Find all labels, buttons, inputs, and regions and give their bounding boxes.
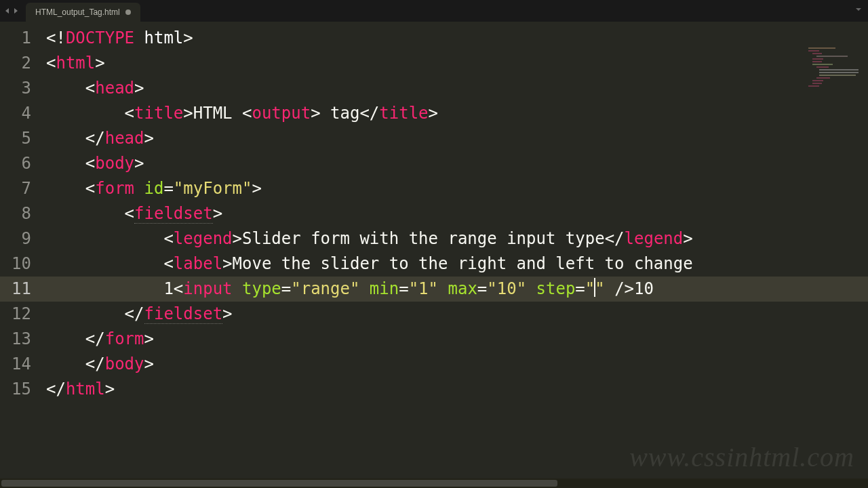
code-token: > bbox=[105, 380, 115, 399]
code-token: html bbox=[144, 28, 184, 47]
code-token: "range" bbox=[291, 279, 359, 298]
code-token: " bbox=[585, 279, 595, 298]
code-token: DOCTYPE bbox=[66, 28, 134, 47]
code-token: > bbox=[144, 354, 154, 373]
line-number[interactable]: 5 bbox=[0, 126, 31, 151]
tab-menu-chevron-icon[interactable] bbox=[854, 5, 863, 14]
code-token: < bbox=[174, 279, 183, 298]
code-token: /> bbox=[614, 279, 634, 298]
code-token: </ bbox=[359, 104, 379, 123]
code-token: > bbox=[429, 104, 438, 123]
code-token: > bbox=[252, 179, 261, 198]
code-token: "10" bbox=[487, 279, 526, 298]
code-token: = bbox=[399, 279, 408, 298]
code-token: > bbox=[134, 79, 144, 98]
line-number[interactable]: 13 bbox=[0, 327, 31, 352]
line-number[interactable]: 7 bbox=[0, 176, 31, 201]
code-line[interactable]: <fieldset> bbox=[41, 201, 868, 226]
line-number[interactable]: 9 bbox=[0, 226, 31, 251]
code-line[interactable]: </form> bbox=[41, 327, 868, 352]
nav-forward-icon[interactable] bbox=[12, 7, 19, 14]
file-tab[interactable]: HTML_output_Tag.html bbox=[26, 3, 140, 22]
code-token: = bbox=[281, 279, 291, 298]
code-token bbox=[605, 279, 614, 298]
code-token: > bbox=[95, 54, 104, 73]
code-line[interactable]: </body> bbox=[41, 352, 868, 377]
code-token: = bbox=[477, 279, 487, 298]
code-line[interactable]: <legend>Slider form with the range input… bbox=[41, 226, 868, 251]
code-token: legend bbox=[174, 229, 233, 248]
line-number[interactable]: 8 bbox=[0, 201, 31, 226]
code-token: output bbox=[252, 104, 311, 123]
code-token: min bbox=[370, 279, 399, 298]
line-number[interactable]: 2 bbox=[0, 51, 31, 76]
code-line[interactable]: <head> bbox=[41, 76, 868, 101]
nav-back-icon[interactable] bbox=[4, 7, 11, 14]
code-token: form bbox=[105, 329, 144, 348]
code-token: </ bbox=[85, 129, 105, 148]
code-line[interactable]: 1<input type="range" min="1" max="10" st… bbox=[41, 277, 868, 302]
code-token: Slider form with the range input type bbox=[242, 229, 605, 248]
code-token: "1" bbox=[409, 279, 438, 298]
code-token: input bbox=[183, 279, 232, 298]
code-token: fieldset bbox=[134, 204, 213, 224]
code-token: HTML < bbox=[193, 104, 252, 123]
line-number[interactable]: 3 bbox=[0, 76, 31, 101]
code-token: " bbox=[595, 279, 604, 298]
line-number[interactable]: 10 bbox=[0, 251, 31, 277]
code-token: = bbox=[163, 179, 173, 198]
code-line[interactable]: </html> bbox=[41, 377, 868, 402]
code-token: fieldset bbox=[144, 304, 223, 324]
code-area[interactable]: <!DOCTYPE html><html> <head> <title>HTML… bbox=[41, 22, 868, 479]
line-number-gutter[interactable]: 123456789101112131415 bbox=[0, 22, 41, 479]
code-token: form bbox=[95, 179, 134, 198]
code-token bbox=[134, 28, 144, 47]
code-token: 10 bbox=[634, 279, 654, 298]
line-number[interactable]: 12 bbox=[0, 302, 31, 327]
code-token: body bbox=[95, 154, 134, 173]
line-number[interactable]: 4 bbox=[0, 101, 31, 126]
code-token: </ bbox=[605, 229, 625, 248]
code-line[interactable]: <body> bbox=[41, 151, 868, 176]
code-token: head bbox=[105, 129, 144, 148]
code-token: > bbox=[233, 229, 242, 248]
line-number[interactable]: 11 bbox=[0, 277, 41, 302]
code-token: html bbox=[66, 380, 105, 399]
line-number[interactable]: 6 bbox=[0, 151, 31, 176]
code-token bbox=[359, 279, 369, 298]
code-token bbox=[526, 279, 536, 298]
code-token: head bbox=[95, 79, 134, 98]
code-token bbox=[233, 279, 242, 298]
horizontal-scrollbar[interactable] bbox=[0, 479, 868, 488]
code-token bbox=[438, 279, 448, 298]
code-line[interactable]: <!DOCTYPE html> bbox=[41, 26, 868, 51]
code-token: type bbox=[242, 279, 281, 298]
code-token: = bbox=[575, 279, 585, 298]
code-token: < bbox=[85, 79, 95, 98]
code-line[interactable]: <title>HTML <output> tag</title> bbox=[41, 101, 868, 126]
code-line[interactable]: </fieldset> bbox=[41, 302, 868, 327]
code-token: </ bbox=[125, 304, 144, 323]
editor: 123456789101112131415 <!DOCTYPE html><ht… bbox=[0, 22, 868, 479]
line-number[interactable]: 15 bbox=[0, 377, 31, 402]
code-line[interactable]: <label>Move the slider to the right and … bbox=[41, 251, 868, 277]
line-number[interactable]: 14 bbox=[0, 352, 31, 377]
code-token: max bbox=[448, 279, 477, 298]
code-token: < bbox=[125, 204, 134, 223]
tab-history-nav bbox=[0, 0, 23, 22]
code-token: < bbox=[125, 104, 134, 123]
code-token: > bbox=[213, 204, 222, 223]
code-line[interactable]: </head> bbox=[41, 126, 868, 151]
code-token: > bbox=[683, 229, 692, 248]
horizontal-scrollbar-thumb[interactable] bbox=[1, 480, 557, 487]
code-token: <! bbox=[46, 28, 66, 47]
code-line[interactable]: <html> bbox=[41, 51, 868, 76]
line-number[interactable]: 1 bbox=[0, 26, 31, 51]
code-token: > bbox=[144, 129, 154, 148]
code-token: "myForm" bbox=[174, 179, 252, 198]
code-token: html bbox=[56, 54, 95, 73]
tab-bar: HTML_output_Tag.html bbox=[0, 0, 868, 22]
code-token: id bbox=[144, 179, 164, 198]
code-line[interactable]: <form id="myForm"> bbox=[41, 176, 868, 201]
code-token: legend bbox=[625, 229, 684, 248]
